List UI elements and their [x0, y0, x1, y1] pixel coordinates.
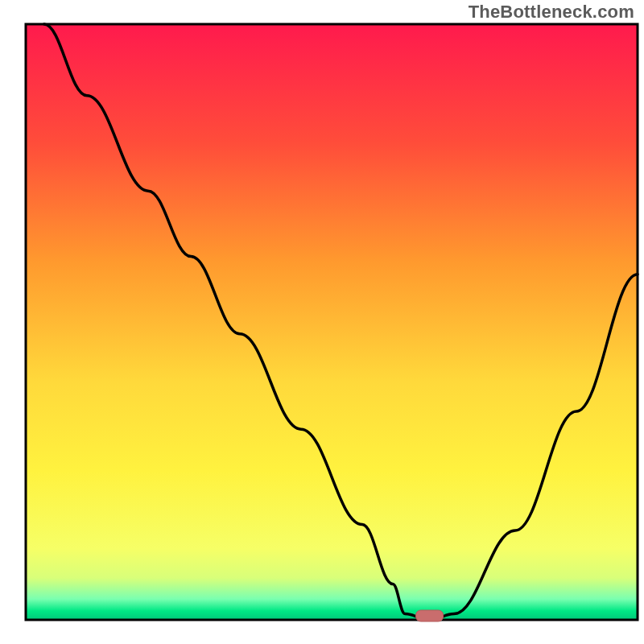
bottleneck-plot [0, 0, 644, 644]
optimal-marker [416, 610, 444, 621]
plot-background [26, 24, 638, 620]
chart-frame: TheBottleneck.com [0, 0, 644, 644]
attribution-label: TheBottleneck.com [469, 2, 634, 23]
